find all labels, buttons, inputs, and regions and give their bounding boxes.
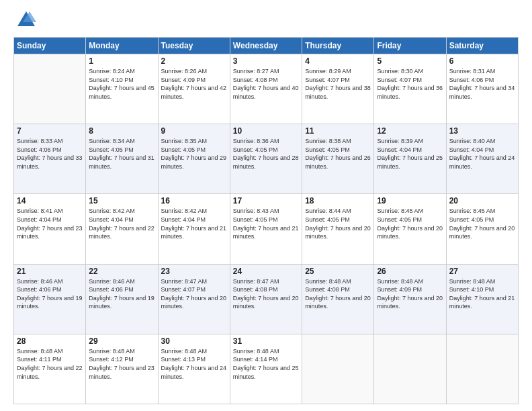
- day-number: 5: [377, 56, 443, 66]
- calendar-cell: 11Sunrise: 8:38 AMSunset: 4:05 PMDayligh…: [302, 124, 374, 194]
- day-info: Sunrise: 8:38 AMSunset: 4:05 PMDaylight:…: [305, 137, 371, 171]
- calendar-cell: 3Sunrise: 8:27 AMSunset: 4:08 PMDaylight…: [230, 54, 302, 124]
- day-info: Sunrise: 8:47 AMSunset: 4:07 PMDaylight:…: [161, 277, 227, 311]
- day-info: Sunrise: 8:34 AMSunset: 4:05 PMDaylight:…: [89, 137, 154, 171]
- weekday-header-thursday: Thursday: [302, 38, 374, 54]
- calendar-cell: 22Sunrise: 8:46 AMSunset: 4:06 PMDayligh…: [86, 264, 158, 334]
- day-info: Sunrise: 8:48 AMSunset: 4:08 PMDaylight:…: [305, 277, 371, 311]
- calendar-cell: 17Sunrise: 8:43 AMSunset: 4:05 PMDayligh…: [230, 194, 302, 264]
- calendar-cell: 28Sunrise: 8:48 AMSunset: 4:11 PMDayligh…: [14, 334, 86, 404]
- day-number: 18: [305, 196, 371, 205]
- week-row-5: 28Sunrise: 8:48 AMSunset: 4:11 PMDayligh…: [14, 334, 519, 404]
- calendar-cell: 13Sunrise: 8:40 AMSunset: 4:04 PMDayligh…: [446, 124, 518, 194]
- day-info: Sunrise: 8:48 AMSunset: 4:14 PMDaylight:…: [233, 347, 299, 381]
- day-number: 2: [161, 56, 227, 66]
- calendar-cell: 25Sunrise: 8:48 AMSunset: 4:08 PMDayligh…: [302, 264, 374, 334]
- day-info: Sunrise: 8:48 AMSunset: 4:09 PMDaylight:…: [377, 277, 443, 311]
- day-info: Sunrise: 8:46 AMSunset: 4:06 PMDaylight:…: [17, 277, 83, 311]
- day-info: Sunrise: 8:41 AMSunset: 4:04 PMDaylight:…: [17, 207, 83, 240]
- calendar-cell: 21Sunrise: 8:46 AMSunset: 4:06 PMDayligh…: [14, 264, 86, 334]
- calendar-cell: 1Sunrise: 8:24 AMSunset: 4:10 PMDaylight…: [86, 54, 158, 124]
- day-number: 25: [305, 267, 371, 276]
- day-info: Sunrise: 8:35 AMSunset: 4:05 PMDaylight:…: [161, 137, 227, 171]
- weekday-header-row: SundayMondayTuesdayWednesdayThursdayFrid…: [14, 38, 519, 54]
- day-info: Sunrise: 8:31 AMSunset: 4:06 PMDaylight:…: [449, 67, 515, 101]
- day-number: 19: [377, 196, 443, 205]
- calendar-cell: 18Sunrise: 8:44 AMSunset: 4:05 PMDayligh…: [302, 194, 374, 264]
- weekday-header-sunday: Sunday: [14, 38, 86, 54]
- day-number: 4: [305, 56, 371, 66]
- day-number: 22: [89, 267, 154, 276]
- header: [13, 10, 519, 30]
- week-row-3: 14Sunrise: 8:41 AMSunset: 4:04 PMDayligh…: [14, 194, 519, 264]
- day-info: Sunrise: 8:47 AMSunset: 4:08 PMDaylight:…: [233, 277, 299, 311]
- calendar-cell: 14Sunrise: 8:41 AMSunset: 4:04 PMDayligh…: [14, 194, 86, 264]
- calendar-cell: 29Sunrise: 8:48 AMSunset: 4:12 PMDayligh…: [86, 334, 158, 404]
- day-number: 20: [449, 196, 515, 205]
- weekday-header-tuesday: Tuesday: [158, 38, 230, 54]
- calendar-cell: 7Sunrise: 8:33 AMSunset: 4:06 PMDaylight…: [14, 124, 86, 194]
- day-info: Sunrise: 8:30 AMSunset: 4:07 PMDaylight:…: [377, 67, 443, 101]
- calendar-cell: 6Sunrise: 8:31 AMSunset: 4:06 PMDaylight…: [446, 54, 518, 124]
- week-row-2: 7Sunrise: 8:33 AMSunset: 4:06 PMDaylight…: [14, 124, 519, 194]
- day-info: Sunrise: 8:48 AMSunset: 4:12 PMDaylight:…: [89, 347, 154, 381]
- day-number: 10: [233, 126, 299, 136]
- day-info: Sunrise: 8:26 AMSunset: 4:09 PMDaylight:…: [161, 67, 227, 101]
- calendar-cell: 26Sunrise: 8:48 AMSunset: 4:09 PMDayligh…: [374, 264, 446, 334]
- calendar-cell: 16Sunrise: 8:42 AMSunset: 4:04 PMDayligh…: [158, 194, 230, 264]
- day-number: 15: [89, 196, 154, 205]
- day-number: 23: [161, 267, 227, 276]
- day-number: 16: [161, 196, 227, 205]
- day-number: 30: [161, 336, 227, 346]
- logo: [13, 10, 36, 30]
- logo-icon: [16, 10, 36, 30]
- weekday-header-friday: Friday: [374, 38, 446, 54]
- day-number: 6: [449, 56, 515, 66]
- calendar-cell: 20Sunrise: 8:45 AMSunset: 4:05 PMDayligh…: [446, 194, 518, 264]
- day-info: Sunrise: 8:45 AMSunset: 4:05 PMDaylight:…: [377, 207, 443, 240]
- day-number: 7: [17, 126, 83, 136]
- calendar-cell: [14, 54, 86, 124]
- day-info: Sunrise: 8:48 AMSunset: 4:11 PMDaylight:…: [17, 347, 83, 381]
- calendar-table: SundayMondayTuesdayWednesdayThursdayFrid…: [13, 37, 519, 404]
- day-number: 1: [89, 56, 154, 66]
- day-info: Sunrise: 8:44 AMSunset: 4:05 PMDaylight:…: [305, 207, 371, 240]
- day-number: 3: [233, 56, 299, 66]
- day-info: Sunrise: 8:27 AMSunset: 4:08 PMDaylight:…: [233, 67, 299, 101]
- calendar-cell: 27Sunrise: 8:48 AMSunset: 4:10 PMDayligh…: [446, 264, 518, 334]
- calendar-cell: 24Sunrise: 8:47 AMSunset: 4:08 PMDayligh…: [230, 264, 302, 334]
- calendar-cell: 5Sunrise: 8:30 AMSunset: 4:07 PMDaylight…: [374, 54, 446, 124]
- calendar-cell: 9Sunrise: 8:35 AMSunset: 4:05 PMDaylight…: [158, 124, 230, 194]
- weekday-header-saturday: Saturday: [446, 38, 518, 54]
- day-number: 17: [233, 196, 299, 205]
- day-number: 11: [305, 126, 371, 136]
- day-number: 28: [17, 336, 83, 346]
- day-info: Sunrise: 8:42 AMSunset: 4:04 PMDaylight:…: [161, 207, 227, 240]
- day-info: Sunrise: 8:48 AMSunset: 4:13 PMDaylight:…: [161, 347, 227, 381]
- day-number: 21: [17, 267, 83, 276]
- day-number: 14: [17, 196, 83, 205]
- calendar-cell: 12Sunrise: 8:39 AMSunset: 4:04 PMDayligh…: [374, 124, 446, 194]
- day-number: 29: [89, 336, 154, 346]
- week-row-1: 1Sunrise: 8:24 AMSunset: 4:10 PMDaylight…: [14, 54, 519, 124]
- week-row-4: 21Sunrise: 8:46 AMSunset: 4:06 PMDayligh…: [14, 264, 519, 334]
- day-info: Sunrise: 8:48 AMSunset: 4:10 PMDaylight:…: [449, 277, 515, 311]
- day-info: Sunrise: 8:43 AMSunset: 4:05 PMDaylight:…: [233, 207, 299, 240]
- day-info: Sunrise: 8:29 AMSunset: 4:07 PMDaylight:…: [305, 67, 371, 101]
- calendar-cell: [374, 334, 446, 404]
- day-info: Sunrise: 8:39 AMSunset: 4:04 PMDaylight:…: [377, 137, 443, 171]
- weekday-header-wednesday: Wednesday: [230, 38, 302, 54]
- calendar-cell: 4Sunrise: 8:29 AMSunset: 4:07 PMDaylight…: [302, 54, 374, 124]
- day-number: 8: [89, 126, 154, 136]
- day-info: Sunrise: 8:36 AMSunset: 4:05 PMDaylight:…: [233, 137, 299, 171]
- calendar-cell: 10Sunrise: 8:36 AMSunset: 4:05 PMDayligh…: [230, 124, 302, 194]
- day-number: 12: [377, 126, 443, 136]
- weekday-header-monday: Monday: [86, 38, 158, 54]
- calendar-cell: 30Sunrise: 8:48 AMSunset: 4:13 PMDayligh…: [158, 334, 230, 404]
- day-number: 26: [377, 267, 443, 276]
- day-info: Sunrise: 8:24 AMSunset: 4:10 PMDaylight:…: [89, 67, 154, 101]
- page: SundayMondayTuesdayWednesdayThursdayFrid…: [0, 0, 532, 411]
- calendar-cell: 19Sunrise: 8:45 AMSunset: 4:05 PMDayligh…: [374, 194, 446, 264]
- day-info: Sunrise: 8:46 AMSunset: 4:06 PMDaylight:…: [89, 277, 154, 311]
- calendar-cell: 31Sunrise: 8:48 AMSunset: 4:14 PMDayligh…: [230, 334, 302, 404]
